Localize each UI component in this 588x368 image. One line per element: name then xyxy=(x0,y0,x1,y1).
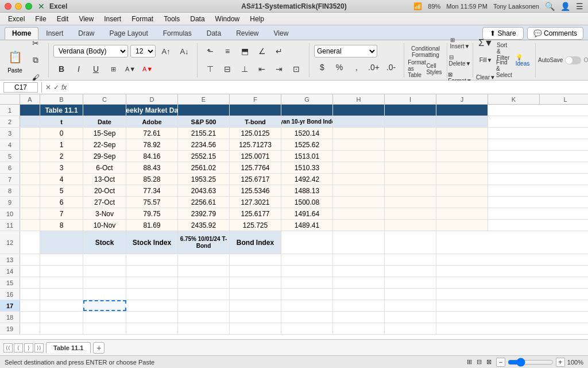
cell-f5[interactable]: 125.0071 xyxy=(230,151,281,162)
zoom-out-button[interactable]: − xyxy=(496,358,505,367)
cell-e4[interactable]: 2234.56 xyxy=(178,139,230,150)
cell-h5[interactable] xyxy=(333,151,385,162)
cell-j3[interactable] xyxy=(436,128,488,139)
cell-f17[interactable] xyxy=(230,300,281,311)
cell-c9[interactable]: 27-Oct xyxy=(83,197,126,208)
cell-j9[interactable] xyxy=(436,197,488,208)
window-controls[interactable] xyxy=(5,3,32,10)
cell-a12[interactable] xyxy=(20,231,40,254)
cell-f11[interactable]: 125.725 xyxy=(230,220,281,231)
cell-i6[interactable] xyxy=(385,162,436,173)
menu-edit[interactable]: Edit xyxy=(52,14,74,24)
cell-h15[interactable] xyxy=(333,277,385,288)
cell-e12[interactable]: 6.75% 10/01/24 T-Bond xyxy=(178,231,230,254)
cell-j10[interactable] xyxy=(436,208,488,219)
col-header-b[interactable]: B xyxy=(40,94,83,104)
sort-filter-button[interactable]: Sort &Filter xyxy=(496,44,512,60)
col-header-e[interactable]: E xyxy=(178,94,230,104)
cell-b17[interactable] xyxy=(40,300,83,311)
cell-b12[interactable] xyxy=(40,231,83,254)
cell-j6[interactable] xyxy=(436,162,488,173)
cell-i17[interactable] xyxy=(385,300,436,311)
fill-button[interactable]: Fill▼ xyxy=(478,52,494,68)
cell-d7[interactable]: 85.28 xyxy=(126,174,178,185)
cell-f13[interactable] xyxy=(230,254,281,265)
cell-b3[interactable]: 0 xyxy=(40,128,83,139)
cell-a8[interactable] xyxy=(20,185,40,196)
col-header-j[interactable]: J xyxy=(436,94,488,104)
cell-h2[interactable] xyxy=(385,116,436,127)
cell-b19[interactable] xyxy=(40,323,83,334)
col-header-c[interactable]: C xyxy=(83,94,126,104)
cell-h4[interactable] xyxy=(333,139,385,150)
cell-f18[interactable] xyxy=(230,312,281,323)
cell-e19[interactable] xyxy=(178,323,230,334)
cell-d10[interactable]: 79.75 xyxy=(126,208,178,219)
cell-c16[interactable] xyxy=(83,289,126,300)
cell-i4[interactable] xyxy=(385,139,436,150)
cell-d5[interactable]: 84.16 xyxy=(126,151,178,162)
conditional-formatting-button[interactable]: ConditionalFormatting xyxy=(411,44,440,60)
cell-h13[interactable] xyxy=(333,254,385,265)
percent-button[interactable]: % xyxy=(331,59,347,75)
font-size-selector[interactable]: 12 xyxy=(130,45,156,57)
cell-h17[interactable] xyxy=(333,300,385,311)
cell-g13[interactable] xyxy=(281,254,333,265)
decrease-font-button[interactable]: A↓ xyxy=(176,43,192,59)
cell-e10[interactable]: 2392.79 xyxy=(178,208,230,219)
cell-g16[interactable] xyxy=(281,289,333,300)
cell-a6[interactable] xyxy=(20,162,40,173)
zoom-in-button[interactable]: + xyxy=(556,358,565,367)
align-bottom-button[interactable]: ⊥ xyxy=(237,61,253,77)
cell-c11[interactable]: 10-Nov xyxy=(83,220,126,231)
cell-j8[interactable] xyxy=(436,185,488,196)
italic-button[interactable]: I xyxy=(71,61,87,77)
cell-c7[interactable]: 13-Oct xyxy=(83,174,126,185)
cell-j1[interactable] xyxy=(436,105,488,116)
confirm-icon[interactable]: ✓ xyxy=(53,83,59,91)
format-as-table-button[interactable]: Formatas Table xyxy=(409,61,425,77)
cell-f8[interactable]: 125.5346 xyxy=(230,185,281,196)
menu-file[interactable]: File xyxy=(30,14,51,24)
cell-f16[interactable] xyxy=(230,289,281,300)
paste-button[interactable]: 📋 xyxy=(5,47,25,67)
zoom-slider[interactable] xyxy=(508,358,554,367)
increase-decimal-button[interactable]: .0+ xyxy=(366,59,382,75)
cell-b13[interactable] xyxy=(40,254,83,265)
cell-a5[interactable] xyxy=(20,151,40,162)
cell-i11[interactable] xyxy=(385,220,436,231)
cell-f2b[interactable]: Ryan 10-yr Bond Index xyxy=(281,116,333,127)
bold-button[interactable]: B xyxy=(53,61,69,77)
decrease-decimal-button[interactable]: .0- xyxy=(383,59,399,75)
cell-e5[interactable]: 2552.15 xyxy=(178,151,230,162)
col-header-h[interactable]: H xyxy=(333,94,385,104)
cell-d14[interactable] xyxy=(126,266,178,277)
autosum-button[interactable]: Σ▼ xyxy=(478,35,494,51)
cell-h11[interactable] xyxy=(333,220,385,231)
copy-button[interactable]: ⧉ xyxy=(28,52,44,68)
cell-d18[interactable] xyxy=(126,312,178,323)
menu-format[interactable]: Format xyxy=(127,14,158,24)
cell-f12[interactable]: Bond Index xyxy=(230,231,281,254)
cell-b11[interactable]: 8 xyxy=(40,220,83,231)
menu-help[interactable]: Help xyxy=(245,14,269,24)
cell-h3[interactable] xyxy=(333,128,385,139)
cell-e9[interactable]: 2256.61 xyxy=(178,197,230,208)
cell-g9[interactable]: 1500.08 xyxy=(281,197,333,208)
cell-d6[interactable]: 88.43 xyxy=(126,162,178,173)
cell-reference-input[interactable] xyxy=(3,82,38,93)
cell-d12[interactable]: Stock Index xyxy=(126,231,178,254)
cell-c2[interactable]: Date xyxy=(83,116,126,127)
align-top-button[interactable]: ⊤ xyxy=(202,61,218,77)
cell-e16[interactable] xyxy=(178,289,230,300)
cell-i7[interactable] xyxy=(385,174,436,185)
cell-e17[interactable] xyxy=(178,300,230,311)
cell-e1[interactable] xyxy=(178,105,230,116)
cell-i18[interactable] xyxy=(385,312,436,323)
cell-h14[interactable] xyxy=(333,266,385,277)
menu-insert[interactable]: Insert xyxy=(99,14,126,24)
cell-f9[interactable]: 127.3021 xyxy=(230,197,281,208)
cell-h18[interactable] xyxy=(333,312,385,323)
cell-f7[interactable]: 125.6717 xyxy=(230,174,281,185)
close-button[interactable] xyxy=(5,3,11,10)
